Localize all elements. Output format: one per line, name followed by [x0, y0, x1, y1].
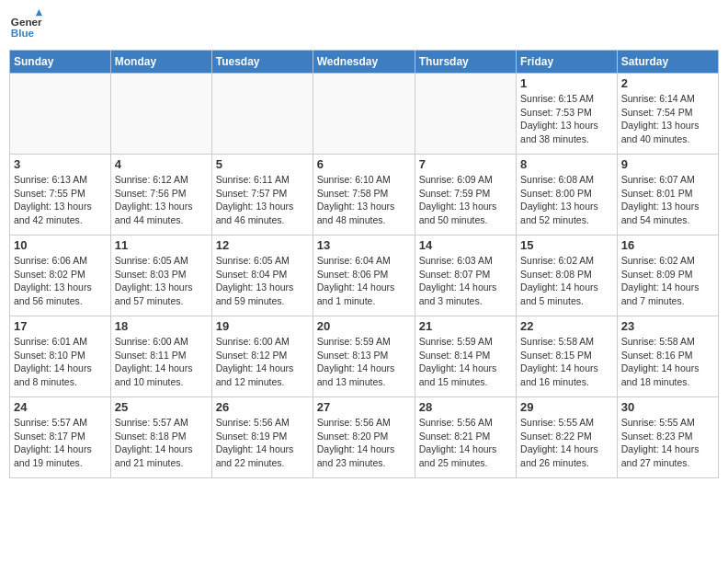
day-number: 24 — [14, 400, 107, 414]
calendar-cell: 11Sunrise: 6:05 AMSunset: 8:03 PMDayligh… — [110, 236, 211, 316]
logo: General Blue — [9, 9, 42, 42]
calendar-cell: 8Sunrise: 6:08 AMSunset: 8:00 PMDaylight… — [517, 155, 618, 236]
day-number: 20 — [317, 319, 411, 333]
day-number: 19 — [216, 319, 309, 333]
day-number: 22 — [520, 319, 613, 333]
calendar-cell: 21Sunrise: 5:59 AMSunset: 8:14 PMDayligh… — [415, 316, 516, 397]
calendar-cell: 29Sunrise: 5:55 AMSunset: 8:22 PMDayligh… — [517, 397, 618, 478]
calendar-cell: 18Sunrise: 6:00 AMSunset: 8:11 PMDayligh… — [110, 316, 211, 397]
day-info: Sunrise: 5:58 AMSunset: 8:16 PMDaylight:… — [621, 335, 714, 389]
calendar-cell: 17Sunrise: 6:01 AMSunset: 8:10 PMDayligh… — [10, 316, 111, 397]
day-info: Sunrise: 5:56 AMSunset: 8:21 PMDaylight:… — [419, 416, 512, 470]
calendar-cell: 10Sunrise: 6:06 AMSunset: 8:02 PMDayligh… — [10, 236, 111, 316]
column-header-sunday: Sunday — [10, 51, 111, 74]
day-info: Sunrise: 5:57 AMSunset: 8:18 PMDaylight:… — [115, 416, 208, 470]
calendar-cell — [313, 74, 415, 155]
calendar-cell: 2Sunrise: 6:14 AMSunset: 7:54 PMDaylight… — [617, 74, 718, 155]
day-info: Sunrise: 6:01 AMSunset: 8:10 PMDaylight:… — [14, 335, 107, 389]
day-number: 7 — [419, 157, 512, 171]
calendar-cell: 20Sunrise: 5:59 AMSunset: 8:13 PMDayligh… — [313, 316, 415, 397]
logo-icon: General Blue — [9, 9, 42, 42]
day-info: Sunrise: 6:05 AMSunset: 8:04 PMDaylight:… — [216, 254, 309, 308]
calendar-cell: 15Sunrise: 6:02 AMSunset: 8:08 PMDayligh… — [517, 236, 618, 316]
week-row-5: 24Sunrise: 5:57 AMSunset: 8:17 PMDayligh… — [10, 397, 719, 478]
column-header-monday: Monday — [110, 51, 211, 74]
day-info: Sunrise: 6:02 AMSunset: 8:08 PMDaylight:… — [520, 254, 613, 308]
day-info: Sunrise: 5:56 AMSunset: 8:20 PMDaylight:… — [317, 416, 411, 470]
calendar-cell — [10, 74, 111, 155]
day-number: 4 — [115, 157, 208, 171]
calendar-cell: 28Sunrise: 5:56 AMSunset: 8:21 PMDayligh… — [415, 397, 516, 478]
day-number: 29 — [520, 400, 613, 414]
day-info: Sunrise: 6:13 AMSunset: 7:55 PMDaylight:… — [14, 173, 107, 227]
calendar-header-row: SundayMondayTuesdayWednesdayThursdayFrid… — [10, 51, 719, 74]
day-number: 3 — [14, 157, 107, 171]
week-row-4: 17Sunrise: 6:01 AMSunset: 8:10 PMDayligh… — [10, 316, 719, 397]
day-number: 5 — [216, 157, 309, 171]
week-row-2: 3Sunrise: 6:13 AMSunset: 7:55 PMDaylight… — [10, 155, 719, 236]
column-header-tuesday: Tuesday — [211, 51, 313, 74]
day-number: 15 — [520, 238, 613, 252]
day-number: 23 — [621, 319, 714, 333]
calendar-cell — [110, 74, 211, 155]
day-info: Sunrise: 6:06 AMSunset: 8:02 PMDaylight:… — [14, 254, 107, 308]
day-info: Sunrise: 5:59 AMSunset: 8:14 PMDaylight:… — [419, 335, 512, 389]
day-number: 21 — [419, 319, 512, 333]
day-info: Sunrise: 5:55 AMSunset: 8:23 PMDaylight:… — [621, 416, 714, 470]
day-info: Sunrise: 6:15 AMSunset: 7:53 PMDaylight:… — [520, 92, 613, 146]
svg-text:Blue: Blue — [11, 27, 35, 39]
calendar-cell: 3Sunrise: 6:13 AMSunset: 7:55 PMDaylight… — [10, 155, 111, 236]
calendar-cell — [415, 74, 516, 155]
day-info: Sunrise: 6:14 AMSunset: 7:54 PMDaylight:… — [621, 92, 714, 146]
calendar-cell: 16Sunrise: 6:02 AMSunset: 8:09 PMDayligh… — [617, 236, 718, 316]
day-info: Sunrise: 5:57 AMSunset: 8:17 PMDaylight:… — [14, 416, 107, 470]
day-number: 2 — [621, 76, 714, 90]
calendar-cell: 24Sunrise: 5:57 AMSunset: 8:17 PMDayligh… — [10, 397, 111, 478]
day-info: Sunrise: 5:59 AMSunset: 8:13 PMDaylight:… — [317, 335, 411, 389]
day-number: 25 — [115, 400, 208, 414]
day-number: 10 — [14, 238, 107, 252]
calendar-table: SundayMondayTuesdayWednesdayThursdayFrid… — [9, 50, 719, 478]
day-number: 16 — [621, 238, 714, 252]
week-row-3: 10Sunrise: 6:06 AMSunset: 8:02 PMDayligh… — [10, 236, 719, 316]
column-header-friday: Friday — [517, 51, 618, 74]
day-number: 1 — [520, 76, 613, 90]
day-number: 28 — [419, 400, 512, 414]
day-number: 13 — [317, 238, 411, 252]
day-number: 8 — [520, 157, 613, 171]
day-number: 12 — [216, 238, 309, 252]
calendar-cell: 23Sunrise: 5:58 AMSunset: 8:16 PMDayligh… — [617, 316, 718, 397]
day-number: 6 — [317, 157, 411, 171]
day-info: Sunrise: 6:10 AMSunset: 7:58 PMDaylight:… — [317, 173, 411, 227]
day-info: Sunrise: 6:03 AMSunset: 8:07 PMDaylight:… — [419, 254, 512, 308]
column-header-wednesday: Wednesday — [313, 51, 415, 74]
day-info: Sunrise: 6:00 AMSunset: 8:11 PMDaylight:… — [115, 335, 208, 389]
day-info: Sunrise: 6:00 AMSunset: 8:12 PMDaylight:… — [216, 335, 309, 389]
calendar-cell: 13Sunrise: 6:04 AMSunset: 8:06 PMDayligh… — [313, 236, 415, 316]
day-number: 26 — [216, 400, 309, 414]
svg-marker-2 — [36, 9, 42, 16]
calendar-cell: 19Sunrise: 6:00 AMSunset: 8:12 PMDayligh… — [211, 316, 313, 397]
calendar-cell: 25Sunrise: 5:57 AMSunset: 8:18 PMDayligh… — [110, 397, 211, 478]
day-number: 9 — [621, 157, 714, 171]
calendar-cell: 5Sunrise: 6:11 AMSunset: 7:57 PMDaylight… — [211, 155, 313, 236]
calendar-cell: 22Sunrise: 5:58 AMSunset: 8:15 PMDayligh… — [517, 316, 618, 397]
column-header-thursday: Thursday — [415, 51, 516, 74]
day-info: Sunrise: 5:56 AMSunset: 8:19 PMDaylight:… — [216, 416, 309, 470]
calendar-cell: 7Sunrise: 6:09 AMSunset: 7:59 PMDaylight… — [415, 155, 516, 236]
day-number: 11 — [115, 238, 208, 252]
calendar-cell — [211, 74, 313, 155]
day-number: 30 — [621, 400, 714, 414]
calendar-cell: 26Sunrise: 5:56 AMSunset: 8:19 PMDayligh… — [211, 397, 313, 478]
page-header: General Blue — [9, 9, 719, 42]
calendar-cell: 27Sunrise: 5:56 AMSunset: 8:20 PMDayligh… — [313, 397, 415, 478]
day-info: Sunrise: 5:58 AMSunset: 8:15 PMDaylight:… — [520, 335, 613, 389]
day-number: 18 — [115, 319, 208, 333]
day-number: 27 — [317, 400, 411, 414]
calendar-cell: 4Sunrise: 6:12 AMSunset: 7:56 PMDaylight… — [110, 155, 211, 236]
calendar-cell: 6Sunrise: 6:10 AMSunset: 7:58 PMDaylight… — [313, 155, 415, 236]
day-number: 14 — [419, 238, 512, 252]
column-header-saturday: Saturday — [617, 51, 718, 74]
day-info: Sunrise: 6:12 AMSunset: 7:56 PMDaylight:… — [115, 173, 208, 227]
day-info: Sunrise: 6:05 AMSunset: 8:03 PMDaylight:… — [115, 254, 208, 308]
